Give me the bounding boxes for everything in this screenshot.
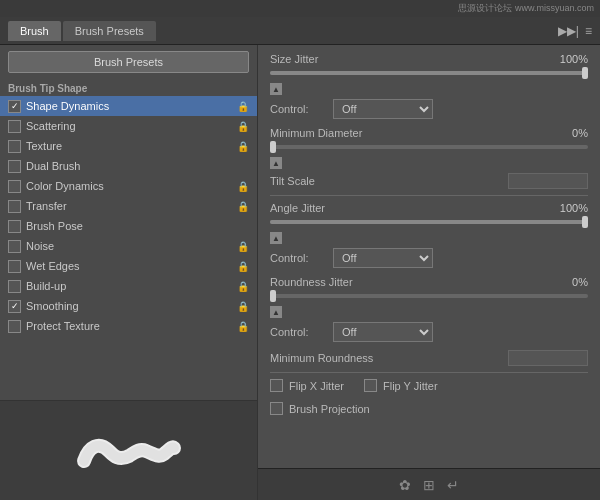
list-item[interactable]: Color Dynamics 🔒 [0,176,257,196]
size-jitter-row: Size Jitter 100% [270,53,588,65]
flip-y-label: Flip Y Jitter [383,380,438,392]
control-row-2: Control: Off Fade Pen Pressure Pen Tilt [270,248,588,268]
size-jitter-slider[interactable] [270,71,588,75]
tilt-scale-label: Tilt Scale [270,175,508,187]
checkbox[interactable] [8,140,21,153]
min-roundness-row: Minimum Roundness [270,350,588,366]
tab-brush-presets[interactable]: Brush Presets [63,21,156,41]
checkbox[interactable] [8,260,21,273]
list-item[interactable]: Build-up 🔒 [0,276,257,296]
item-label: Smoothing [26,300,237,312]
checkbox[interactable] [8,120,21,133]
list-item[interactable]: Wet Edges 🔒 [0,256,257,276]
scroll-arrow-3[interactable]: ▲ [270,232,282,244]
footer-icon-1[interactable]: ✿ [399,477,411,493]
roundness-jitter-value: 0% [538,276,588,288]
preview-area [0,400,257,500]
checkbox[interactable]: ✓ [8,300,21,313]
min-roundness-label: Minimum Roundness [270,352,508,364]
min-diameter-slider[interactable] [270,145,588,149]
list-item[interactable]: Texture 🔒 [0,136,257,156]
list-item[interactable]: Dual Brush [0,156,257,176]
divider-1 [270,195,588,196]
checkbox[interactable] [8,180,21,193]
brush-preview [74,416,184,486]
item-label: Scattering [26,120,237,132]
list-item[interactable]: Brush Pose [0,216,257,236]
collapse-icon[interactable]: ▶▶| [558,24,579,38]
list-item[interactable]: Noise 🔒 [0,236,257,256]
min-diameter-label: Minimum Diameter [270,127,538,139]
checkbox[interactable] [8,280,21,293]
brush-list: ✓ Shape Dynamics 🔒 Scattering 🔒 Texture … [0,96,257,400]
menu-icon[interactable]: ≡ [585,24,592,38]
flip-x-label: Flip X Jitter [289,380,344,392]
checkbox[interactable] [8,240,21,253]
item-label: Shape Dynamics [26,100,237,112]
header-bar: Brush Brush Presets ▶▶| ≡ [0,17,600,45]
flip-x-checkbox[interactable] [270,379,283,392]
flip-y-row: Flip Y Jitter [364,379,438,392]
footer: ✿ ⊞ ↵ [258,468,600,500]
lock-icon: 🔒 [237,101,249,112]
tilt-scale-input[interactable] [508,173,588,189]
angle-jitter-row: Angle Jitter 100% [270,202,588,214]
brush-presets-button[interactable]: Brush Presets [8,51,249,73]
control-label-1: Control: [270,103,325,115]
roundness-jitter-slider[interactable] [270,294,588,298]
footer-icon-2[interactable]: ⊞ [423,477,435,493]
roundness-jitter-row: Roundness Jitter 0% [270,276,588,288]
checkbox[interactable] [8,160,21,173]
item-label: Build-up [26,280,237,292]
list-item[interactable]: Transfer 🔒 [0,196,257,216]
checkbox[interactable] [8,200,21,213]
sidebar: Brush Presets Brush Tip Shape ✓ Shape Dy… [0,45,258,500]
tilt-scale-row: Tilt Scale [270,173,588,189]
angle-jitter-slider[interactable] [270,220,588,224]
control-label-3: Control: [270,326,325,338]
lock-icon: 🔒 [237,201,249,212]
item-label: Transfer [26,200,237,212]
header-tabs: Brush Brush Presets [8,21,156,41]
lock-icon: 🔒 [237,281,249,292]
control-select-2[interactable]: Off Fade Pen Pressure Pen Tilt [333,248,433,268]
flip-y-checkbox[interactable] [364,379,377,392]
lock-icon: 🔒 [237,301,249,312]
lock-icon: 🔒 [237,321,249,332]
list-item[interactable]: Scattering 🔒 [0,116,257,136]
item-label: Wet Edges [26,260,237,272]
sidebar-btn-row: Brush Presets [0,45,257,79]
divider-2 [270,372,588,373]
size-jitter-label: Size Jitter [270,53,538,65]
footer-icon-3[interactable]: ↵ [447,477,459,493]
control-row-1: Control: Off Fade Pen Pressure Pen Tilt [270,99,588,119]
lock-icon: 🔒 [237,141,249,152]
item-label: Texture [26,140,237,152]
scroll-arrow-2[interactable]: ▲ [270,157,282,169]
brush-projection-checkbox[interactable] [270,402,283,415]
lock-icon: 🔒 [237,181,249,192]
list-item[interactable]: ✓ Smoothing 🔒 [0,296,257,316]
brush-projection-row: Brush Projection [270,402,588,415]
main-content: Brush Presets Brush Tip Shape ✓ Shape Dy… [0,45,600,500]
list-item[interactable]: Protect Texture 🔒 [0,316,257,336]
scroll-up-arrow[interactable]: ▲ [270,83,282,95]
checkbox[interactable] [8,220,21,233]
min-diameter-row: Minimum Diameter 0% [270,127,588,139]
lock-icon: 🔒 [237,241,249,252]
lock-icon: 🔒 [237,121,249,132]
brush-projection-label: Brush Projection [289,403,370,415]
control-select-3[interactable]: Off Fade Pen Pressure Pen Tilt [333,322,433,342]
item-label: Color Dynamics [26,180,237,192]
tab-brush[interactable]: Brush [8,21,61,41]
list-item[interactable]: ✓ Shape Dynamics 🔒 [0,96,257,116]
brush-panel: 思源设计论坛 www.missyuan.com Brush Brush Pres… [0,0,600,500]
min-diameter-value: 0% [538,127,588,139]
checkbox[interactable] [8,320,21,333]
lock-icon: 🔒 [237,261,249,272]
checkbox[interactable]: ✓ [8,100,21,113]
min-roundness-input[interactable] [508,350,588,366]
control-select-1[interactable]: Off Fade Pen Pressure Pen Tilt [333,99,433,119]
item-label: Noise [26,240,237,252]
scroll-arrow-4[interactable]: ▲ [270,306,282,318]
